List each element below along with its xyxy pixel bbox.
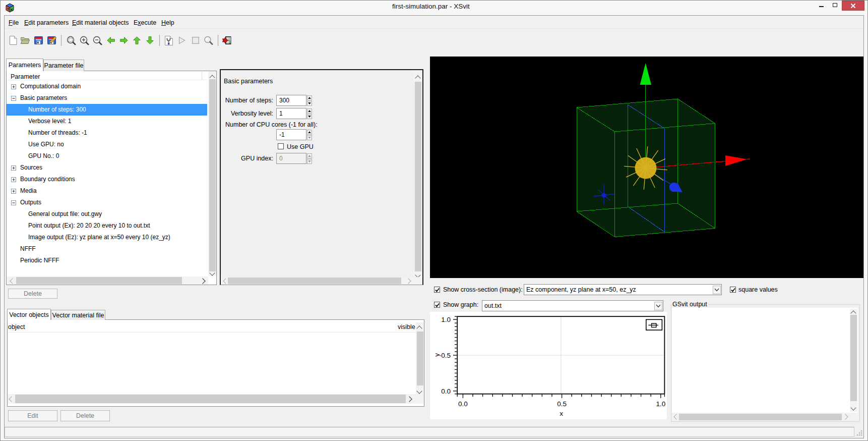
svg-text:0.5: 0.5 bbox=[441, 352, 451, 359]
svg-text:K: K bbox=[11, 8, 13, 12]
svg-text:0.0: 0.0 bbox=[441, 388, 451, 395]
svg-text:y: y bbox=[433, 353, 441, 357]
svg-text:1.0: 1.0 bbox=[441, 316, 451, 323]
svg-text:0.5: 0.5 bbox=[557, 400, 567, 408]
svg-text:0.0: 0.0 bbox=[458, 400, 468, 408]
svg-text:x: x bbox=[560, 410, 563, 417]
svg-text:1.0: 1.0 bbox=[656, 400, 665, 408]
svg-text:T: T bbox=[7, 8, 10, 11]
